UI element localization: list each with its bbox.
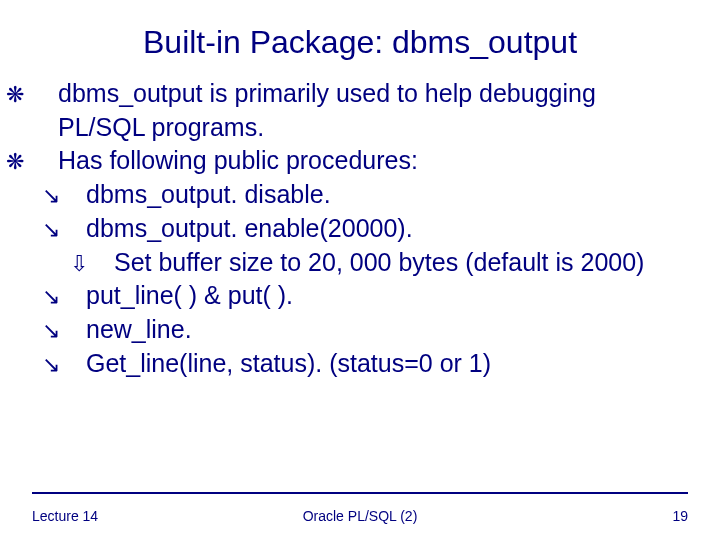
bullet-text: Has following public procedures:: [58, 146, 418, 174]
sub-item: ↘dbms_output. enable(20000).: [32, 212, 688, 246]
slide-title: Built-in Package: dbms_output: [32, 24, 688, 61]
bullet-text: dbms_output is primarily used to help de…: [58, 79, 596, 141]
sub-item: ↘Get_line(line, status). (status=0 or 1): [32, 347, 688, 381]
bullet-icon: ❋: [32, 147, 58, 177]
bullet-item: ❋Has following public procedures:: [32, 144, 688, 178]
sub-text: dbms_output. disable.: [86, 180, 331, 208]
sub-item: ↘dbms_output. disable.: [32, 178, 688, 212]
sub-item: ↘new_line.: [32, 313, 688, 347]
sub-item: ↘put_line( ) & put( ).: [32, 279, 688, 313]
arrow-icon: ↘: [64, 181, 86, 211]
footer-divider: [32, 492, 688, 494]
footer: Lecture 14 Oracle PL/SQL (2) 19: [32, 508, 688, 524]
sub-text: new_line.: [86, 315, 192, 343]
subsub-text: Set buffer size to 20, 000 bytes (defaul…: [114, 248, 644, 276]
arrow-icon: ↘: [64, 350, 86, 380]
footer-center: Oracle PL/SQL (2): [32, 508, 688, 524]
slide-content: ❋dbms_output is primarily used to help d…: [32, 77, 688, 381]
arrow-icon: ↘: [64, 316, 86, 346]
bullet-icon: ❋: [32, 80, 58, 110]
arrow-icon: ↘: [64, 282, 86, 312]
sub-text: dbms_output. enable(20000).: [86, 214, 413, 242]
subsub-item: ⇩Set buffer size to 20, 000 bytes (defau…: [32, 246, 688, 280]
down-arrow-icon: ⇩: [92, 249, 114, 279]
sub-text: Get_line(line, status). (status=0 or 1): [86, 349, 491, 377]
sub-text: put_line( ) & put( ).: [86, 281, 293, 309]
bullet-item: ❋dbms_output is primarily used to help d…: [32, 77, 688, 145]
arrow-icon: ↘: [64, 215, 86, 245]
